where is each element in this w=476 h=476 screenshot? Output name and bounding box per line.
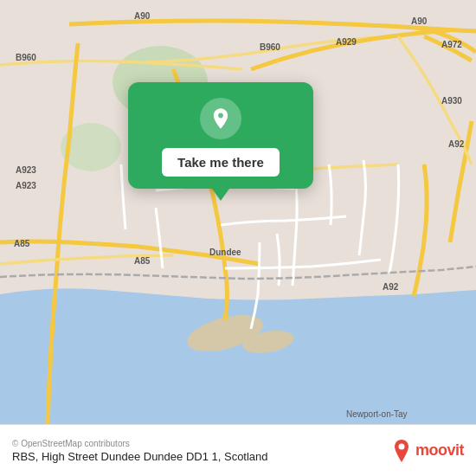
moovit-brand-label: moovit	[415, 441, 464, 460]
svg-point-20	[398, 443, 404, 449]
svg-text:A923: A923	[16, 181, 36, 190]
svg-text:Newport-on-Tay: Newport-on-Tay	[346, 409, 408, 419]
svg-text:A923: A923	[16, 165, 36, 175]
svg-text:A85: A85	[14, 239, 30, 248]
bottom-bar: © OpenStreetMap contributors RBS, High S…	[0, 424, 476, 476]
take-me-there-button[interactable]: Take me there	[162, 148, 280, 177]
svg-text:A930: A930	[441, 96, 462, 106]
location-icon	[200, 98, 241, 139]
svg-text:A972: A972	[441, 40, 462, 49]
svg-text:A90: A90	[411, 16, 428, 26]
svg-text:B960: B960	[16, 53, 36, 62]
svg-text:A90: A90	[134, 11, 151, 21]
svg-text:Dundee: Dundee	[209, 248, 241, 257]
svg-text:B960: B960	[260, 42, 280, 52]
moovit-logo: moovit	[393, 440, 464, 462]
popup-card: Take me there	[128, 82, 313, 189]
svg-text:A92: A92	[448, 139, 465, 149]
attribution-text: © OpenStreetMap contributors	[12, 439, 268, 448]
address-text: RBS, High Street Dundee Dundee DD1 1, Sc…	[12, 450, 268, 463]
svg-text:A85: A85	[134, 256, 151, 266]
moovit-pin-icon	[393, 440, 410, 462]
svg-text:A929: A929	[336, 37, 357, 47]
map-container: A90 A90 B960 B960 A923 A923 A929 A972 A9…	[0, 0, 476, 424]
bottom-left: © OpenStreetMap contributors RBS, High S…	[12, 439, 268, 463]
svg-text:A92: A92	[383, 282, 399, 292]
